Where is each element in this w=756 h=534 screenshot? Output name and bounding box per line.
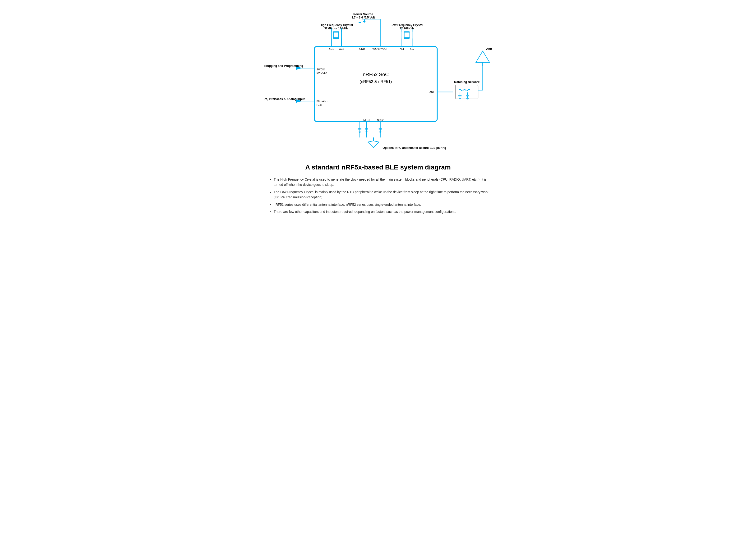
bullet-item: The Low Frequency Crystal is mainly used… <box>274 190 492 200</box>
bullet-item: The High Frequency Crystal is used to ge… <box>274 177 492 188</box>
main-title: A standard nRF5x-based BLE system diagra… <box>264 164 492 171</box>
lf-crystal-label: Low Frequency Crystal <box>391 23 423 27</box>
pin-p0: P0.x/AINx <box>316 100 328 103</box>
pin-gnd: GND <box>359 47 365 50</box>
hf-crystal-label: High Frequency Crystal <box>320 23 353 27</box>
chip-box <box>314 46 437 122</box>
bullet-item: nRF51 series uses differential antenna i… <box>274 202 492 207</box>
power-voltage-label: 1.7 – 3.6 /5.5 Volt <box>351 16 375 19</box>
antenna-label: Antenna <box>486 47 492 50</box>
svg-marker-72 <box>368 141 379 148</box>
pin-vdd: VDD or VDDH <box>372 47 388 50</box>
pin-swdio: SWDIO <box>316 68 325 71</box>
pin-xl2: XL2 <box>410 47 415 50</box>
matching-network-box <box>455 85 478 99</box>
pin-p1: P1.x <box>316 103 322 106</box>
system-diagram: .cyan { stroke: #00ADEF; fill: none; str… <box>264 7 492 154</box>
pin-xc2: XC2 <box>339 47 344 50</box>
pin-nfc1: NFC1 <box>363 118 370 121</box>
sensors-label: Sensors, Interfaces & Analog Input <box>264 97 305 101</box>
debug-label: Debugging and Programming <box>264 64 303 67</box>
matching-network-label: Matching Network <box>454 80 479 84</box>
pin-nfc2: NFC2 <box>377 118 384 121</box>
nfc-antenna-label: Optional NFC antenna for secure BLE pair… <box>383 146 446 150</box>
pin-swdclk: SWDCLK <box>316 71 327 74</box>
pin-ant: ANT <box>429 90 435 93</box>
pin-xc1: XC1 <box>329 47 334 50</box>
power-source-label: Power Source <box>353 13 373 16</box>
hf-crystal-freq: 32MHz or 16 MHz <box>324 27 348 30</box>
pin-xl1: XL1 <box>400 47 404 50</box>
lf-crystal-freq: 32.768KHz <box>400 27 414 30</box>
chip-name: nRF5x SoC <box>363 72 389 77</box>
title-section: A standard nRF5x-based BLE system diagra… <box>264 164 492 171</box>
chip-subtitle: (nRF52 & nRF51) <box>360 79 392 84</box>
bullet-item: There are few other capacitors and induc… <box>274 209 492 214</box>
svg-marker-47 <box>476 51 490 62</box>
description-bullets: The High Frequency Crystal is used to ge… <box>264 177 492 214</box>
